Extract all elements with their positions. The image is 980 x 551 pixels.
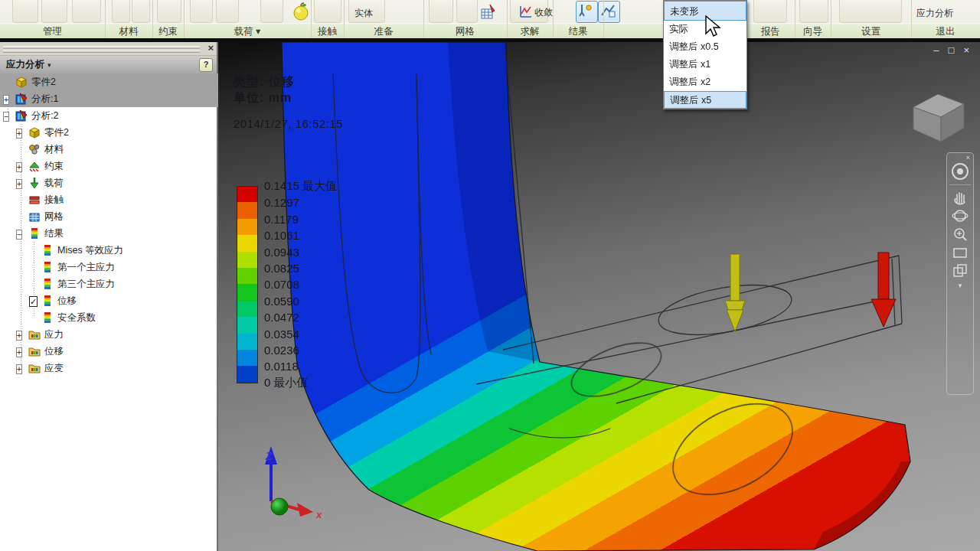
expand-icon[interactable]: + [16,179,22,189]
tree-item-slot [29,262,39,272]
view-pages-icon[interactable] [951,262,969,282]
browser-header[interactable]: 应力分析▾ ? [0,56,217,74]
browser-panel: × 应力分析▾ ? 零件2+分析:1−分析:2+零件2材料+约束+载荷接触网格−… [0,42,218,551]
probe-display-toggle[interactable] [598,1,620,23]
ribbon-group-6[interactable]: 准备 [344,25,423,38]
tree-item-contact-7[interactable]: 接触 [0,191,233,208]
tree-item-slot [29,246,39,256]
ribbon-group-separator [423,0,424,38]
tree-item-analysis-1[interactable]: +分析:1 [0,90,220,107]
convergence-icon[interactable] [519,5,533,18]
ribbon-button[interactable] [132,0,150,23]
legend-segment [237,350,258,367]
tree-item-folder-17[interactable]: +应变 [0,360,233,377]
ribbon-button[interactable] [157,0,181,23]
ribbon-group-2[interactable]: 材料 [105,25,152,38]
orbit-icon[interactable] [951,207,969,225]
finish-analysis-label[interactable]: 应力分析 [916,7,953,20]
tree-item-result-13[interactable]: ✓位移 [0,292,246,309]
expand-icon[interactable]: + [16,331,22,341]
tree-item-cube-3[interactable]: +零件2 [0,124,233,141]
ribbon-group-4[interactable]: 载荷 ▾ [184,25,311,38]
ribbon-button[interactable] [260,0,283,23]
tree-item-material-4[interactable]: 材料 [0,141,233,158]
tree-item-folder-16[interactable]: +位移 [0,343,233,360]
settings-button[interactable] [839,0,902,23]
mouse-cursor [704,15,726,38]
report-button[interactable] [753,0,787,23]
ribbon-button[interactable] [12,0,38,23]
gravity-icon[interactable] [292,2,310,21]
zoom-icon[interactable] [951,225,969,243]
analysis-timestamp: 2014/1/27, 16:52:15 [234,117,343,130]
legend-value: 0.1061 [264,229,299,242]
ribbon-group-14[interactable]: 退出 [911,25,980,38]
ribbon-button[interactable] [72,0,101,23]
tree-item-slot [16,145,26,155]
panel-close-icon[interactable]: × [207,42,214,54]
navbar-close-icon[interactable]: × [947,153,973,161]
ribbon-button[interactable] [314,0,341,23]
tree-item-slot [29,279,39,289]
expand-icon[interactable]: + [16,347,22,357]
tree-item-constraint-5[interactable]: +约束 [0,158,233,174]
mesh-settings-icon[interactable] [479,3,498,21]
ribbon-group-13[interactable]: 设置 [831,25,911,38]
ribbon-button[interactable] [429,0,453,23]
expand-icon[interactable]: + [3,95,9,105]
dropdown-item-4[interactable]: 调整后 x1 [664,56,746,73]
tree-item-result-9[interactable]: −结果 [0,225,233,242]
collapse-icon[interactable]: − [3,112,9,122]
viewport-3d[interactable]: Z x 类型: 位移 单位: mm 2014/1/27, 16:52:15 0.… [218,42,980,551]
dropdown-item-6[interactable]: 调整后 x5 [664,91,746,109]
tree-item-folder-15[interactable]: +应力 [0,326,233,343]
restore-icon[interactable]: □ [949,45,955,56]
close-icon[interactable]: × [963,45,969,56]
tree-item-result-12[interactable]: 第三个主应力 [0,276,246,292]
ribbon-group-1[interactable]: 管理 [0,25,105,38]
convergence-label[interactable]: 收敛 [534,6,553,19]
ribbon-button[interactable] [112,0,130,23]
prepare-solid-label[interactable]: 实体 [354,7,373,20]
ribbon-group-11[interactable]: 报告 [746,25,795,38]
ribbon-button[interactable] [190,0,213,23]
collapse-icon[interactable]: − [16,230,22,240]
dropdown-item-5[interactable]: 调整后 x2 [664,73,746,91]
ribbon-group-3[interactable]: 约束 [152,25,184,38]
ribbon-button[interactable] [216,0,239,23]
tree-item-cube-0[interactable]: 零件2 [0,73,220,90]
tree-item-mesh-8[interactable]: 网格 [0,208,233,225]
ribbon-group-5[interactable]: 接触 [311,25,344,38]
dropdown-item-3[interactable]: 调整后 x0.5 [664,38,746,56]
pan-hand-icon[interactable] [951,188,969,207]
look-at-icon[interactable] [951,243,969,262]
expand-icon[interactable]: + [16,162,22,172]
analysis-icon [15,93,28,105]
ribbon-group-8[interactable]: 求解 [507,25,553,38]
ribbon-group-9[interactable]: 结果 [553,25,603,38]
tree-item-load-6[interactable]: +载荷 [0,174,233,191]
checkbox-checked[interactable]: ✓ [29,296,38,307]
ribbon-group-separator [507,0,508,38]
minimize-icon[interactable]: – [933,45,939,56]
tree-item-result-11[interactable]: 第一个主应力 [0,259,246,276]
tree-item-result-10[interactable]: Mises 等效应力 [0,242,246,259]
contact-icon [28,194,41,206]
ribbon-group-12[interactable]: 向导 [795,25,831,38]
ribbon-button[interactable] [456,0,478,23]
ribbon-button[interactable] [41,0,67,23]
material-icon [28,143,41,155]
panel-grip[interactable]: × [0,42,217,56]
guide-button[interactable] [799,0,828,23]
tree-item-analysis-2[interactable]: −分析:2 [0,107,220,124]
ribbon-group-separator [795,0,795,38]
tree-item-label: 约束 [44,160,64,173]
steering-wheel-icon[interactable] [950,161,970,181]
ribbon-group-7[interactable]: 网格 [423,25,507,38]
expand-icon[interactable]: + [16,129,22,139]
help-icon[interactable]: ? [199,58,213,72]
expand-icon[interactable]: + [16,364,22,374]
navbar-more-icon[interactable]: ▾ [947,282,973,289]
tree-item-result-14[interactable]: 安全系数 [0,309,246,326]
boundary-display-toggle[interactable] [576,1,598,23]
